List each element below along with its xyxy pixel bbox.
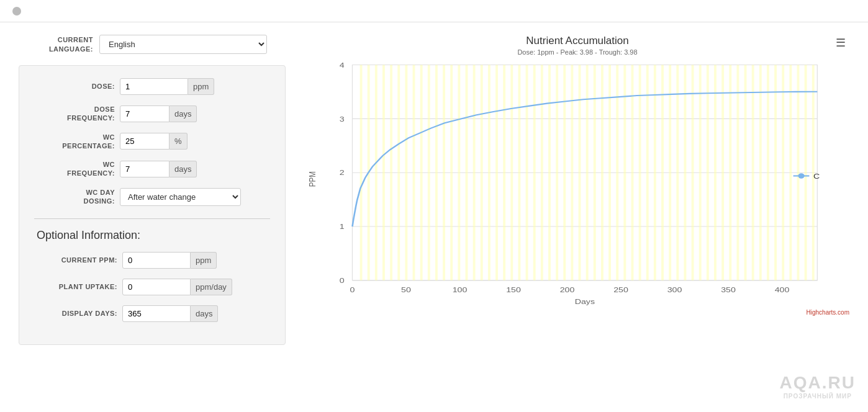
current-ppm-group: ppm [122,252,217,269]
svg-text:2: 2 [340,169,345,177]
svg-rect-38 [488,65,491,280]
svg-text:50: 50 [401,285,411,293]
svg-text:300: 300 [667,285,682,293]
svg-text:Days: Days [575,297,595,305]
svg-text:C: C [813,172,820,180]
dose-freq-unit: days [170,105,197,122]
svg-rect-41 [510,65,513,280]
svg-rect-25 [390,65,392,280]
svg-rect-39 [495,65,498,280]
plant-uptake-input[interactable] [122,279,191,295]
svg-rect-32 [443,65,445,280]
svg-rect-28 [413,65,415,280]
wc-pct-label: WCPERCENTAGE: [34,133,115,151]
svg-rect-59 [646,65,649,280]
svg-rect-27 [405,65,407,280]
current-ppm-label: CURRENT PPM: [37,256,117,264]
svg-rect-75 [767,65,769,280]
svg-rect-57 [631,65,634,280]
svg-rect-35 [466,65,468,280]
svg-rect-62 [669,65,671,280]
wc-freq-group: days [120,161,197,177]
dose-input-group: ppm [120,78,214,95]
chart-menu-icon[interactable]: ☰ [832,35,849,51]
svg-rect-36 [473,65,476,280]
language-row: CURRENTLANGUAGE: English Spanish French … [19,35,286,54]
dose-label: DOSE: [34,82,115,91]
svg-rect-49 [571,65,573,280]
svg-rect-26 [397,65,400,280]
svg-text:0: 0 [340,276,345,284]
dose-freq-group: days [120,105,197,122]
svg-text:350: 350 [721,285,736,293]
wc-freq-label: WCFREQUENCY: [34,160,115,178]
svg-rect-68 [714,65,717,280]
chart-header: Nutrient Accumulation Dose: 1ppm - Peak:… [304,35,849,56]
svg-text:1: 1 [340,223,345,231]
svg-rect-52 [594,65,596,280]
svg-text:4: 4 [340,61,345,69]
svg-rect-23 [375,65,377,280]
svg-text:250: 250 [613,285,628,293]
svg-rect-69 [721,65,724,280]
display-days-input[interactable] [122,305,191,322]
optional-title: Optional Information: [37,229,268,242]
chart-container: 4 3 2 1 0 PPM 0 50 100 150 200 250 300 3… [304,58,849,307]
display-days-unit: days [191,305,218,322]
optional-section: Optional Information: CURRENT PPM: ppm P… [34,229,270,322]
svg-text:400: 400 [775,285,790,293]
chart-svg: 4 3 2 1 0 PPM 0 50 100 150 200 250 300 3… [304,58,849,307]
svg-rect-51 [586,65,589,280]
dose-input[interactable] [120,78,188,95]
svg-rect-65 [692,65,694,280]
wc-pct-unit: % [170,133,188,150]
svg-point-83 [798,173,804,178]
dose-row: DOSE: ppm [34,78,270,95]
main-layout: CURRENTLANGUAGE: English Spanish French … [0,22,868,412]
display-days-group: days [122,305,218,322]
svg-rect-56 [623,65,626,280]
language-select[interactable]: English Spanish French German [99,35,267,54]
plant-uptake-label: PLANT UPTAKE: [37,282,117,291]
svg-rect-70 [729,65,731,280]
plant-uptake-group: ppm/day [122,279,232,295]
svg-rect-67 [707,65,709,280]
current-ppm-unit: ppm [191,252,217,269]
dose-freq-input[interactable] [120,105,170,122]
dose-freq-label: DOSEFREQUENCY: [34,105,115,123]
svg-text:200: 200 [560,285,575,293]
wc-freq-row: WCFREQUENCY: days [34,160,270,178]
svg-text:0: 0 [350,285,355,293]
svg-rect-48 [563,65,566,280]
right-panel: Nutrient Accumulation Dose: 1ppm - Peak:… [304,35,849,400]
wc-day-select[interactable]: After water change Before water change N… [120,188,241,206]
wc-freq-unit: days [170,161,197,177]
wc-freq-input[interactable] [120,161,170,177]
svg-rect-40 [503,65,505,280]
wc-pct-row: WCPERCENTAGE: % [34,133,270,151]
svg-rect-80 [805,65,807,280]
svg-rect-47 [556,65,558,280]
display-days-row: DISPLAY DAYS: days [37,305,268,322]
svg-rect-72 [744,65,747,280]
svg-rect-78 [789,65,792,280]
svg-rect-61 [661,65,664,280]
svg-rect-74 [759,65,762,280]
current-ppm-row: CURRENT PPM: ppm [37,252,268,269]
wc-pct-group: % [120,133,188,150]
display-days-label: DISPLAY DAYS: [37,309,117,318]
svg-rect-42 [518,65,520,280]
chart-title: Nutrient Accumulation [323,35,832,47]
svg-rect-29 [420,65,423,280]
svg-rect-46 [548,65,551,280]
svg-text:150: 150 [506,285,521,293]
current-ppm-input[interactable] [122,252,191,269]
wc-pct-input[interactable] [120,133,170,150]
svg-rect-33 [450,65,453,280]
top-bar [0,0,868,22]
chart-subtitle: Dose: 1ppm - Peak: 3.98 - Trough: 3.98 [323,48,832,56]
svg-rect-66 [699,65,702,280]
svg-text:PPM: PPM [307,171,317,187]
svg-rect-31 [435,65,438,280]
svg-rect-63 [676,65,679,280]
